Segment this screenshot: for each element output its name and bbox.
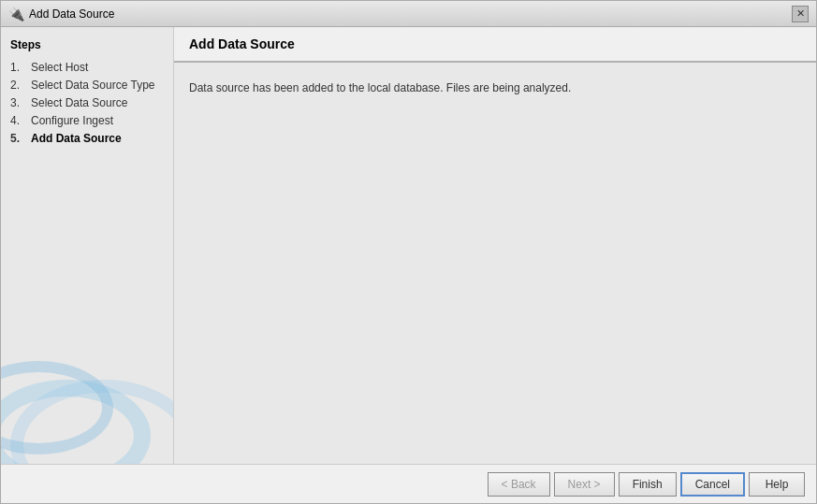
step-5: 5. Add Data Source [10,132,164,145]
step-2-label: Select Data Source Type [31,79,155,92]
steps-title: Steps [10,38,164,51]
content-title: Add Data Source [189,36,295,51]
finish-button[interactable]: Finish [619,472,677,497]
status-message: Data source has been added to the local … [189,81,801,94]
title-bar: 🔌 Add Data Source ✕ [1,1,816,27]
help-button[interactable]: Help [749,472,805,497]
step-4: 4. Configure Ingest [10,114,164,127]
close-button[interactable]: ✕ [792,6,809,22]
step-1-num: 1. [10,61,27,74]
step-2-num: 2. [10,79,27,92]
steps-list: 1. Select Host 2. Select Data Source Typ… [10,61,164,145]
dialog-title: Add Data Source [29,7,114,21]
step-4-num: 4. [10,114,27,127]
next-button[interactable]: Next > [554,472,615,497]
step-2: 2. Select Data Source Type [10,79,164,92]
step-1: 1. Select Host [10,61,164,74]
main-content: Steps 1. Select Host 2. Select Data Sour… [1,27,816,464]
footer: < Back Next > Finish Cancel Help [1,464,816,503]
content-header: Add Data Source [174,27,816,63]
dialog-window: 🔌 Add Data Source ✕ Steps 1. Select Host… [0,0,817,504]
step-3-num: 3. [10,96,27,109]
cancel-button[interactable]: Cancel [680,472,745,497]
step-5-num: 5. [10,132,27,145]
step-5-label: Add Data Source [31,132,122,145]
content-area: Add Data Source Data source has been add… [174,27,816,464]
content-body: Data source has been added to the local … [174,63,816,464]
sidebar-decoration [1,352,173,464]
step-1-label: Select Host [31,61,88,74]
step-3: 3. Select Data Source [10,96,164,109]
step-3-label: Select Data Source [31,96,127,109]
back-button[interactable]: < Back [488,472,550,497]
sidebar: Steps 1. Select Host 2. Select Data Sour… [1,27,174,464]
title-bar-left: 🔌 Add Data Source [8,7,114,22]
step-4-label: Configure Ingest [31,114,113,127]
app-icon: 🔌 [8,7,23,22]
